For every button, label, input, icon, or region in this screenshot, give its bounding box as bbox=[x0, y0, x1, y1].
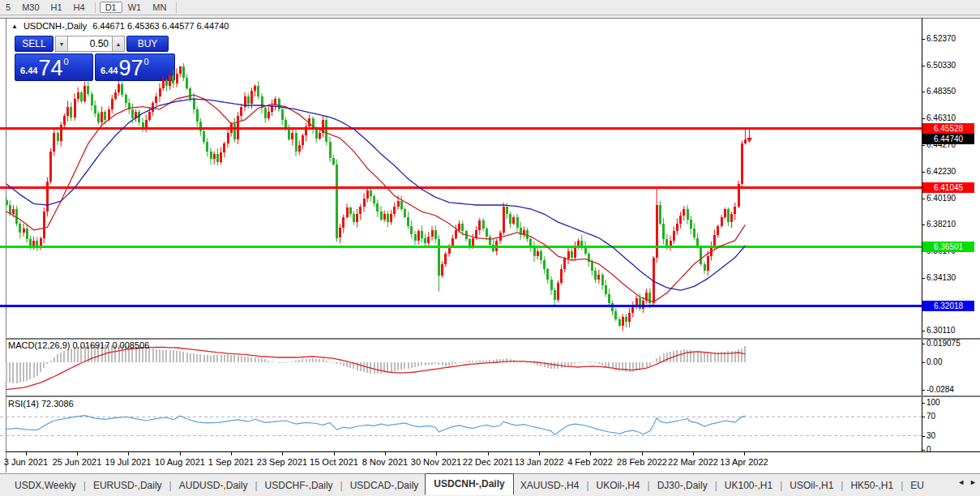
date-tick bbox=[385, 452, 386, 455]
date-tick bbox=[231, 452, 232, 455]
price-tick bbox=[922, 92, 925, 92]
date-tick bbox=[26, 452, 27, 455]
date-tick bbox=[539, 452, 540, 455]
tab-scroll-left-icon[interactable]: ◄ bbox=[957, 478, 965, 486]
tab-usdcnh-daily[interactable]: USDCNH-,Daily bbox=[425, 473, 513, 495]
level-price-label: 6.41045 bbox=[922, 182, 974, 193]
rsi-tick-label: 100 bbox=[927, 398, 940, 407]
price-tick bbox=[922, 199, 925, 199]
collapse-panel-icon[interactable]: ▲ bbox=[11, 23, 18, 30]
tab-usoil-h1[interactable]: USOil-,H1 bbox=[783, 477, 840, 494]
date-tick bbox=[488, 452, 489, 455]
date-tick bbox=[642, 452, 643, 455]
tab-hk50-h1[interactable]: HK50-,H1 bbox=[844, 477, 900, 494]
price-tick bbox=[922, 331, 925, 331]
price-tick bbox=[922, 172, 925, 173]
tab-usdcad-daily[interactable]: USDCAD-,Daily bbox=[344, 477, 426, 494]
price-tick-label: 6.52370 bbox=[927, 34, 956, 43]
tab-ukoil-h4[interactable]: UKOil-,H4 bbox=[590, 477, 647, 494]
rsi-label: RSI(14) 72.3086 bbox=[8, 399, 74, 408]
price-tick bbox=[922, 39, 925, 40]
macd-tick bbox=[922, 362, 925, 363]
tab-audusd-daily[interactable]: AUDUSD-,Daily bbox=[173, 477, 255, 494]
price-tick bbox=[922, 145, 925, 146]
date-label: 22 Dec 2021 bbox=[463, 457, 513, 467]
date-tick bbox=[693, 452, 694, 455]
timeframe-button-5[interactable]: 5 bbox=[0, 2, 16, 13]
date-label: 22 Mar 2022 bbox=[668, 457, 718, 467]
level-price-label: 6.45528 bbox=[922, 123, 974, 134]
tab-uk100-h1[interactable]: UK100-,H1 bbox=[718, 477, 779, 494]
rsi-tick-label: 70 bbox=[927, 412, 935, 421]
candlestick-chart[interactable] bbox=[0, 34, 922, 338]
price-tick bbox=[922, 224, 925, 225]
tab-eurusd-daily[interactable]: EURUSD-,Daily bbox=[87, 477, 169, 494]
price-tick-label: 6.50330 bbox=[927, 61, 956, 70]
date-tick bbox=[744, 452, 745, 455]
price-tick-label: 6.30110 bbox=[927, 326, 955, 335]
tab-dj30-daily[interactable]: DJ30-,Daily bbox=[651, 477, 714, 494]
tab-usdchf-daily[interactable]: USDCHF-,Daily bbox=[259, 477, 340, 494]
date-tick bbox=[334, 452, 335, 455]
rsi-tick bbox=[922, 450, 925, 451]
price-tick-label: 6.38210 bbox=[927, 220, 956, 229]
timeframe-button-h4[interactable]: H4 bbox=[68, 2, 91, 13]
chart-window-top-border bbox=[0, 18, 980, 19]
price-tick-label: 6.40190 bbox=[927, 194, 956, 203]
date-label: 19 Jul 2021 bbox=[105, 457, 152, 467]
date-label: 1 Sep 2021 bbox=[208, 457, 254, 467]
price-tick-label: 6.48350 bbox=[927, 87, 956, 96]
timeframe-button-h1[interactable]: H1 bbox=[45, 2, 68, 13]
macd-tick bbox=[922, 390, 925, 391]
timeframe-button-mn[interactable]: MN bbox=[147, 2, 172, 13]
tab-scroll-right-icon[interactable]: ► bbox=[969, 478, 977, 486]
chart-ohlc-quote: 6.44671 6.45363 6.44577 6.44740 bbox=[92, 21, 229, 31]
macd-label: MACD(12,26,9) 0.016917 0.008506 bbox=[8, 340, 149, 350]
tab-eu[interactable]: EU bbox=[904, 477, 931, 494]
rsi-tick-label: 30 bbox=[927, 431, 935, 440]
level-price-label: 6.32018 bbox=[922, 301, 974, 311]
macd-tick-label: 0.00 bbox=[927, 357, 942, 366]
tab-usdx-weekly[interactable]: USDX,Weekly bbox=[8, 477, 83, 494]
date-label: 30 Nov 2021 bbox=[411, 457, 461, 467]
date-tick bbox=[128, 452, 129, 455]
macd-tick-label: -0.0284 bbox=[927, 385, 954, 394]
date-tick bbox=[180, 452, 181, 455]
toolbar-separator bbox=[95, 2, 96, 13]
date-label: 3 Jun 2021 bbox=[4, 457, 48, 467]
timeframe-button-m30[interactable]: M30 bbox=[16, 2, 45, 13]
macd-panel-separator[interactable] bbox=[6, 338, 980, 340]
toolbar-separator bbox=[176, 2, 177, 13]
rsi-tick bbox=[922, 436, 925, 437]
price-axis-line bbox=[922, 18, 922, 452]
timeframe-button-w1[interactable]: W1 bbox=[122, 2, 148, 13]
price-tick bbox=[922, 278, 925, 279]
tab-scroll-controls: ◄ ► bbox=[957, 478, 977, 486]
date-label: 13 Jan 2022 bbox=[515, 457, 564, 467]
chart-titlebar: ▲ USDCNH-,Daily 6.44671 6.45363 6.44577 … bbox=[11, 20, 229, 32]
rsi-tick-label: 0 bbox=[927, 445, 931, 454]
price-tick bbox=[922, 118, 925, 119]
level-price-label: 6.36501 bbox=[922, 242, 974, 252]
rsi-tick bbox=[922, 403, 925, 404]
tab-xauusd-h4[interactable]: XAUUSD-,H4 bbox=[514, 477, 586, 494]
price-tick-label: 6.34130 bbox=[927, 273, 956, 282]
date-tick bbox=[77, 452, 78, 455]
macd-tick bbox=[922, 344, 925, 344]
date-tick bbox=[436, 452, 437, 455]
timeframe-button-d1[interactable]: D1 bbox=[100, 2, 122, 13]
date-tick bbox=[590, 452, 591, 455]
price-tick-label: 6.46310 bbox=[927, 113, 956, 122]
current-price-label: 6.44740 bbox=[922, 134, 974, 144]
date-label: 8 Nov 2021 bbox=[362, 457, 408, 467]
price-tick-label: 6.42230 bbox=[927, 167, 956, 176]
chart-symbol-title: USDCNH-,Daily bbox=[24, 21, 87, 31]
date-label: 28 Feb 2022 bbox=[617, 457, 667, 467]
symbol-tab-bar: USDX,Weekly|EURUSD-,Daily|AUDUSD-,Daily|… bbox=[0, 473, 980, 496]
rsi-tick bbox=[922, 417, 925, 417]
rsi-indicator-panel[interactable] bbox=[0, 397, 922, 452]
price-tick bbox=[922, 66, 925, 66]
date-label: 25 Jun 2021 bbox=[53, 457, 102, 467]
date-label: 23 Sep 2021 bbox=[257, 457, 307, 467]
macd-tick-label: 0.019075 bbox=[927, 339, 961, 348]
